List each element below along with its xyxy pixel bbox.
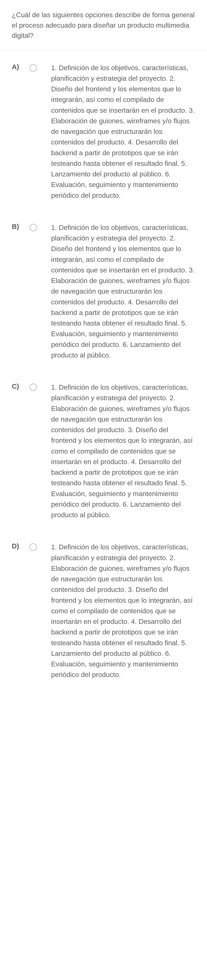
option-letter: B) — [12, 222, 29, 231]
question-text: ¿Cuál de las siguientes opciones describ… — [12, 10, 195, 41]
option-row-c: C) 1. Definición de los objetivos, carac… — [12, 382, 195, 520]
option-text: 1. Definición de los objetivos, caracter… — [51, 542, 195, 680]
radio-button-a[interactable] — [29, 64, 37, 72]
options-container: A) 1. Definición de los objetivos, carac… — [0, 51, 207, 692]
option-text: 1. Definición de los objetivos, caracter… — [51, 382, 195, 520]
option-radio-wrapper — [29, 62, 51, 72]
option-radio-wrapper — [29, 542, 51, 551]
option-radio-wrapper — [29, 222, 51, 231]
option-radio-wrapper — [29, 382, 51, 391]
option-letter: C) — [12, 382, 29, 390]
option-letter: D) — [12, 542, 29, 550]
question-header: ¿Cuál de las siguientes opciones describ… — [0, 0, 207, 51]
option-letter: A) — [12, 62, 29, 71]
option-row-a: A) 1. Definición de los objetivos, carac… — [12, 62, 195, 201]
option-row-d: D) 1. Definición de los objetivos, carac… — [12, 542, 195, 680]
radio-button-d[interactable] — [29, 543, 37, 551]
option-row-b: B) 1. Definición de los objetivos, carac… — [12, 222, 195, 360]
radio-button-b[interactable] — [29, 224, 37, 231]
radio-button-c[interactable] — [29, 383, 37, 391]
option-text: 1. Definición de los objetivos, caracter… — [51, 62, 195, 201]
option-text: 1. Definición de los objetivos, caracter… — [51, 222, 195, 360]
